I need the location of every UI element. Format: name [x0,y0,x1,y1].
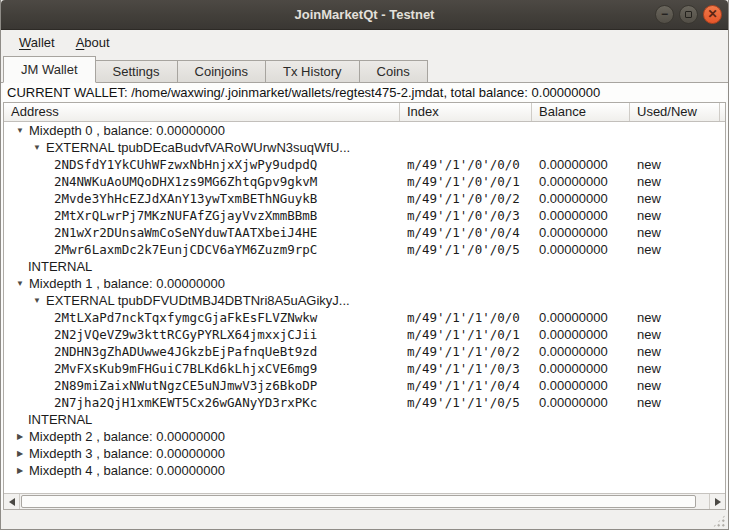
tab-settings[interactable]: Settings [95,60,178,83]
cell-index: m/49'/1'/0'/0/1 [400,173,532,190]
expanded-arrow-icon[interactable]: ▼ [28,139,46,156]
cell-address: ▼EXTERNAL tpubDEcaBudvfVARoWUrwN3suqWfU.… [4,139,400,156]
scrollbar-thumb[interactable] [21,495,696,508]
close-button[interactable]: ✕ [703,5,722,24]
cell-index [400,258,532,275]
tree-label: EXTERNAL tpubDFVUDtMBJ4DBTNri8A5uAGikyJ.… [46,292,350,309]
menu-item-wallet[interactable]: Wallet [11,33,63,52]
tree-row-address[interactable]: 2Mvde3YhHcEZJdXAnY13ywTxmBEThNGuykBm/49'… [4,190,725,207]
column-header-balance[interactable]: Balance [532,103,630,121]
cell-balance: 0.00000000 [532,156,630,173]
tree-row-mixdepth-3[interactable]: ▶Mixdepth 3 , balance: 0.00000000 [4,445,725,462]
tree-row-address[interactable]: 2MtXrQLwrPj7MKzNUFAfZGjayVvzXmmBBmBm/49'… [4,207,725,224]
cell-filler [720,122,725,139]
column-header-address[interactable]: Address [4,103,400,121]
titlebar[interactable]: JoinMarketQt - Testnet − ✕ [1,0,728,30]
tree-row-address[interactable]: 2N2jVQeVZ9w3kttRCGyPYRLX64jmxxjCJiim/49'… [4,326,725,343]
tree-row-address[interactable]: 2N7jha2QjH1xmKEWT5Cx26wGANyYD3rxPKcm/49'… [4,394,725,411]
expanded-arrow-icon[interactable]: ▼ [28,292,46,309]
cell-balance: 0.00000000 [532,394,630,411]
horizontal-scrollbar[interactable] [4,493,725,509]
cell-index [400,139,532,156]
tree-row-mixdepth-1[interactable]: ▼Mixdepth 1 , balance: 0.00000000 [4,275,725,292]
cell-balance: 0.00000000 [532,309,630,326]
cell-address: 2N2jVQeVZ9w3kttRCGyPYRLX64jmxxjCJii [4,326,400,343]
window-title: JoinMarketQt - Testnet [1,0,728,30]
tree-label: Mixdepth 4 , balance: 0.00000000 [29,462,225,479]
resize-grip-icon[interactable] [712,514,726,528]
tree-row-address[interactable]: 2Mwr6LaxmDc2k7EunjCDCV6aYM6Zuzm9rpCm/49'… [4,241,725,258]
cell-used-new [630,428,720,445]
address-text: 2MtLXaPd7nckTqxfymgcGjaFkEsFLVZNwkw [54,309,317,326]
cell-filler [720,445,725,462]
tab-coins[interactable]: Coins [359,60,428,83]
column-header-index[interactable]: Index [400,103,532,121]
scroll-right-button[interactable] [709,494,725,509]
cell-index [400,122,532,139]
tree-row-branch[interactable]: INTERNAL [4,411,725,428]
cell-used-new: new [630,377,720,394]
cell-used-new: new [630,326,720,343]
tree-label: INTERNAL [28,411,92,428]
cell-address: 2Mwr6LaxmDc2k7EunjCDCV6aYM6Zuzm9rpC [4,241,400,258]
cell-address: 2NDHN3gZhADUwwe4JGkzbEjPafnqUeBt9zd [4,343,400,360]
expanded-arrow-icon[interactable]: ▼ [11,122,29,139]
tree-row-mixdepth-2[interactable]: ▶Mixdepth 2 , balance: 0.00000000 [4,428,725,445]
tab-tx-history[interactable]: Tx History [265,60,360,83]
cell-filler [720,309,725,326]
cell-balance [532,411,630,428]
address-text: 2NDSfdY1YkCUhWFzwxNbHnjxXjwPy9udpdQ [54,156,317,173]
minimize-button[interactable]: − [655,5,674,24]
cell-filler [720,207,725,224]
cell-index: m/49'/1'/0'/0/5 [400,241,532,258]
tab-coinjoins[interactable]: Coinjoins [177,60,266,83]
cell-filler [720,190,725,207]
maximize-button[interactable] [679,5,698,24]
collapsed-arrow-icon[interactable]: ▶ [11,428,29,445]
cell-used-new [630,122,720,139]
cell-used-new: new [630,173,720,190]
cell-address: INTERNAL [4,258,400,275]
address-text: 2N7jha2QjH1xmKEWT5Cx26wGANyYD3rxPKc [54,394,317,411]
tree-row-address[interactable]: 2NDHN3gZhADUwwe4JGkzbEjPafnqUeBt9zdm/49'… [4,343,725,360]
cell-address: 2NDSfdY1YkCUhWFzwxNbHnjxXjwPy9udpdQ [4,156,400,173]
cell-address: 2Mvde3YhHcEZJdXAnY13ywTxmBEThNGuykB [4,190,400,207]
cell-used-new [630,462,720,479]
tree-row-address[interactable]: 2N1wXr2DUnsaWmCoSeNYduwTAATXbeiJ4HEm/49'… [4,224,725,241]
menu-item-about[interactable]: About [68,33,118,52]
scroll-right-icon [715,498,721,506]
collapsed-arrow-icon[interactable]: ▶ [11,462,29,479]
cell-balance [532,139,630,156]
cell-index [400,462,532,479]
tree-row-branch[interactable]: INTERNAL [4,258,725,275]
cell-index: m/49'/1'/1'/0/3 [400,360,532,377]
tree-row-branch[interactable]: ▼EXTERNAL tpubDEcaBudvfVARoWUrwN3suqWfU.… [4,139,725,156]
close-icon: ✕ [707,8,717,20]
cell-filler [720,224,725,241]
tab-bar: JM WalletSettingsCoinjoinsTx HistoryCoin… [1,55,728,83]
tree-row-address[interactable]: 2N89miZaixNWutNgzCE5uNJmwV3jz6BkoDPm/49'… [4,377,725,394]
tree-row-address[interactable]: 2NDSfdY1YkCUhWFzwxNbHnjxXjwPy9udpdQm/49'… [4,156,725,173]
cell-filler [720,343,725,360]
cell-used-new [630,258,720,275]
cell-balance: 0.00000000 [532,173,630,190]
menu-accelerator: A [76,35,85,50]
scroll-left-button[interactable] [4,494,20,509]
cell-used-new: new [630,309,720,326]
tree-row-mixdepth-4[interactable]: ▶Mixdepth 4 , balance: 0.00000000 [4,462,725,479]
tab-jm-wallet[interactable]: JM Wallet [3,56,96,83]
tree-row-branch[interactable]: ▼EXTERNAL tpubDFVUDtMBJ4DBTNri8A5uAGikyJ… [4,292,725,309]
tree-row-mixdepth-0[interactable]: ▼Mixdepth 0 , balance: 0.00000000 [4,122,725,139]
address-text: 2NDHN3gZhADUwwe4JGkzbEjPafnqUeBt9zd [54,343,317,360]
cell-filler [720,428,725,445]
cell-balance: 0.00000000 [532,241,630,258]
collapsed-arrow-icon[interactable]: ▶ [11,445,29,462]
expanded-arrow-icon[interactable]: ▼ [11,275,29,292]
tree-row-address[interactable]: 2MvFXsKub9mFHGuiC7BLKd6kLhjxCVE6mg9m/49'… [4,360,725,377]
tree-row-address[interactable]: 2N4NWKuAoUMQoDHX1zs9MG6ZhtqGpv9gkvMm/49'… [4,173,725,190]
cell-address: ▼EXTERNAL tpubDFVUDtMBJ4DBTNri8A5uAGikyJ… [4,292,400,309]
scrollbar-track[interactable] [20,494,709,509]
cell-balance: 0.00000000 [532,360,630,377]
tree-row-address[interactable]: 2MtLXaPd7nckTqxfymgcGjaFkEsFLVZNwkwm/49'… [4,309,725,326]
column-header-used-new[interactable]: Used/New [630,103,720,121]
